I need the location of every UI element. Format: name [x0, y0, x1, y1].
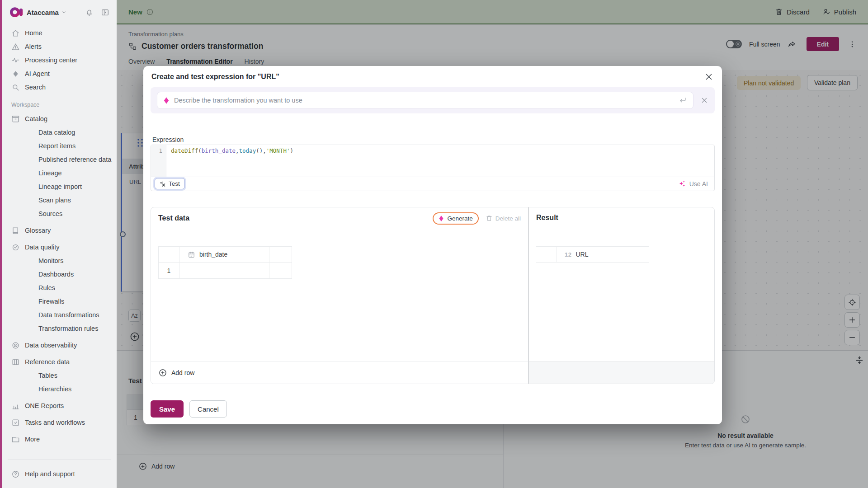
help-circle-icon [11, 470, 20, 479]
result-heading: Result [536, 214, 558, 222]
spacer [25, 257, 33, 265]
sidebar-item-label: Tasks and workflows [25, 419, 85, 426]
ai-transform-input[interactable] [174, 97, 674, 104]
sidebar-item-transformation-rules[interactable]: Transformation rules [2, 322, 117, 335]
sidebar-item-processing-center[interactable]: Processing center [2, 53, 117, 67]
sidebar-item-data-observability[interactable]: Data observability [2, 338, 117, 352]
plus-circle-icon [158, 368, 167, 377]
test-data-table: birth_date 1 [158, 246, 292, 279]
save-button[interactable]: Save [151, 400, 184, 418]
sidebar-item-tables[interactable]: Tables [2, 369, 117, 382]
row-number-header [158, 246, 179, 263]
expression-code[interactable]: dateDiff(birth_date,today(),'MONTH') [166, 145, 293, 177]
result-column-header: 12 URL [557, 246, 649, 263]
columns-icon [11, 358, 20, 366]
sidebar-item-label: Report items [38, 142, 75, 150]
extra-column-header [269, 246, 292, 263]
sidebar-item-home[interactable]: Home [2, 26, 117, 40]
test-data-card: Test data Generate Delete all Result [151, 207, 715, 384]
use-ai-button[interactable]: Use AI [678, 180, 708, 188]
expression-editor[interactable]: 1 dateDiff(birth_date,today(),'MONTH') T… [151, 145, 715, 191]
sidebar-item-data-catalog[interactable]: Data catalog [2, 126, 117, 139]
spacer [25, 371, 33, 380]
sidebar-item-label: Data observability [25, 342, 77, 349]
delete-all-button[interactable]: Delete all [486, 215, 521, 222]
modal-title: Create and test expression for "URL" [151, 73, 279, 81]
add-row-button[interactable]: Add row [151, 361, 528, 384]
sidebar-item-label: Lineage import [38, 183, 82, 190]
sidebar-item-firewalls[interactable]: Firewalls [2, 295, 117, 308]
generate-button[interactable]: Generate [433, 212, 478, 225]
sidebar-item-label: ONE Reports [25, 402, 64, 409]
sidebar-item-label: Sources [38, 210, 62, 217]
sidebar-item-data-quality[interactable]: Data quality [2, 240, 117, 254]
sidebar-item-label: Catalog [25, 115, 47, 122]
sidebar-item-rules[interactable]: Rules [2, 281, 117, 295]
sidebar-item-label: Data catalog [38, 129, 75, 136]
sidebar-item-label: Scan plans [38, 197, 71, 204]
spacer [25, 324, 33, 333]
birth-date-column-header[interactable]: birth_date [179, 246, 269, 263]
sidebar-item-help-and-support[interactable]: Help and support [2, 467, 117, 481]
sidebar-item-search[interactable]: Search [2, 80, 117, 94]
spacer [25, 128, 33, 137]
sidebar-item-label: Search [25, 84, 46, 91]
test-check-x-icon [160, 181, 166, 187]
sidebar-item-hierarchies[interactable]: Hierarchies [2, 382, 117, 396]
ataccama-logo-icon [10, 7, 23, 18]
sidebar-item-monitors[interactable]: Monitors [2, 254, 117, 267]
sidebar-item-report-items[interactable]: Report items [2, 139, 117, 153]
row-number-cell: 1 [158, 263, 179, 279]
alert-triangle-icon [11, 42, 20, 51]
sidebar-item-more[interactable]: More [2, 432, 117, 446]
expression-label: Expression [152, 136, 184, 143]
sidebar-item-label: Firewalls [38, 298, 64, 305]
sidebar-item-scan-plans[interactable]: Scan plans [2, 193, 117, 207]
sidebar-item-label: More [25, 436, 40, 443]
cancel-button[interactable]: Cancel [189, 400, 227, 418]
spacer [25, 311, 33, 319]
archive-icon [11, 115, 20, 123]
spacer [25, 284, 33, 292]
test-data-header: Test data Generate Delete all [151, 207, 528, 229]
spacer [25, 155, 33, 164]
ai-prompt-band [151, 87, 715, 113]
bar-chart-icon [11, 402, 20, 410]
sidebar-item-tasks-and-workflows[interactable]: Tasks and workflows [2, 416, 117, 429]
sidebar-item-alerts[interactable]: Alerts [2, 40, 117, 53]
brand-name[interactable]: Ataccama [27, 9, 59, 16]
sidebar: Ataccama HomeAlertsProcessing centerAI A… [0, 0, 117, 488]
sidebar-item-dashboards[interactable]: Dashboards [2, 267, 117, 281]
activity-icon [11, 56, 20, 65]
folder-icon [11, 435, 20, 444]
spacer [25, 169, 33, 178]
sidebar-item-published-reference-data[interactable]: Published reference data [2, 153, 117, 166]
sidebar-item-ai-agent[interactable]: AI Agent [2, 67, 117, 80]
expression-modal: Create and test expression for "URL" Exp… [143, 66, 722, 424]
ai-diamond-icon [163, 97, 170, 104]
chevron-down-icon[interactable] [61, 9, 67, 15]
sidebar-item-data-transformations[interactable]: Data transformations [2, 308, 117, 322]
collapse-sidebar-icon[interactable] [101, 8, 109, 17]
bell-icon[interactable] [85, 8, 94, 17]
sidebar-item-lineage-import[interactable]: Lineage import [2, 180, 117, 193]
sidebar-item-catalog[interactable]: Catalog [2, 112, 117, 126]
check-square-icon [11, 418, 20, 427]
sidebar-item-label: Reference data [25, 358, 70, 366]
sidebar-item-label: Data quality [25, 244, 60, 251]
sidebar-item-label: Processing center [25, 56, 77, 64]
sidebar-item-glossary[interactable]: Glossary [2, 224, 117, 237]
test-button[interactable]: Test [155, 178, 185, 189]
spacer [25, 270, 33, 279]
sidebar-item-one-reports[interactable]: ONE Reports [2, 399, 117, 413]
sidebar-item-sources[interactable]: Sources [2, 207, 117, 221]
sidebar-item-label: Tables [38, 372, 57, 379]
clear-ai-icon[interactable] [700, 96, 708, 104]
spacer [25, 210, 33, 218]
birth-date-cell[interactable] [179, 263, 269, 279]
close-icon[interactable] [704, 72, 714, 82]
sidebar-item-lineage[interactable]: Lineage [2, 166, 117, 180]
enter-return-icon[interactable] [678, 96, 687, 105]
sidebar-item-reference-data[interactable]: Reference data [2, 355, 117, 369]
sidebar-item-label: Dashboards [38, 271, 74, 278]
